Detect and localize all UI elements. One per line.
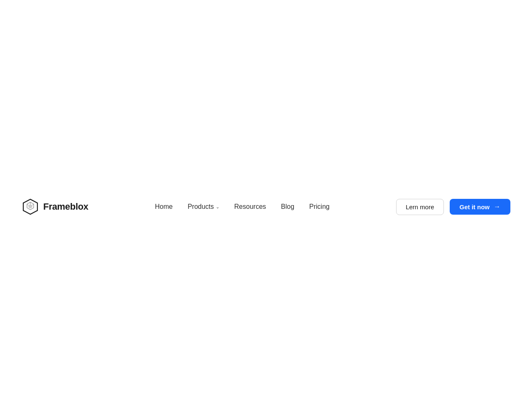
logo-text: Frameblox xyxy=(43,201,89,212)
nav-blog[interactable]: Blog xyxy=(281,203,294,210)
nav-links: Home Products ⌄ Resources Blog Pricing xyxy=(155,203,330,210)
logo[interactable]: Frameblox xyxy=(22,198,89,215)
nav-products[interactable]: Products ⌄ xyxy=(187,203,219,210)
nav-resources[interactable]: Resources xyxy=(234,203,266,210)
learn-more-button[interactable]: Lern more xyxy=(396,199,443,215)
nav-pricing[interactable]: Pricing xyxy=(309,203,330,210)
logo-icon xyxy=(22,198,39,215)
navbar: Frameblox Home Products ⌄ Resources Blog… xyxy=(0,193,532,220)
svg-marker-2 xyxy=(29,204,32,208)
nav-actions: Lern more Get it now → xyxy=(396,199,510,215)
nav-home[interactable]: Home xyxy=(155,203,173,210)
chevron-down-icon: ⌄ xyxy=(216,204,219,210)
get-it-now-button[interactable]: Get it now → xyxy=(450,199,511,215)
arrow-icon: → xyxy=(494,203,500,210)
